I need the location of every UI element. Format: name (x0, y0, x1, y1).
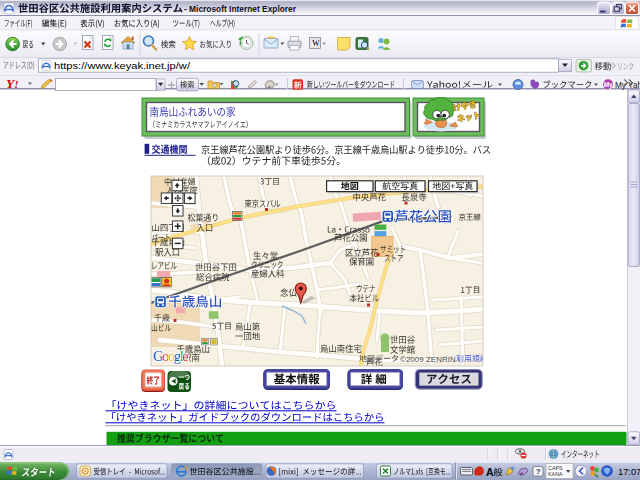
svg-text:Y!: Y! (6, 76, 19, 91)
svg-text:CAPS: CAPS (548, 465, 563, 471)
svg-text:https://www.keyak.inet.jp/w/: https://www.keyak.inet.jp/w/ (54, 60, 190, 71)
svg-text:My: My (604, 81, 613, 89)
svg-text:©2009 ZENRIN -: ©2009 ZENRIN - (400, 355, 461, 364)
svg-text:?: ? (536, 467, 541, 476)
svg-text:Google: Google (153, 348, 188, 364)
svg-text:17:07: 17:07 (618, 467, 640, 477)
svg-text:KANA: KANA (548, 471, 563, 477)
svg-text:A: A (486, 466, 494, 478)
svg-text:- Microsoft Internet Explorer: - Microsoft Internet Explorer (184, 4, 296, 14)
svg-text:My Yahoo!: My Yahoo! (615, 81, 640, 90)
svg-text:W: W (312, 39, 320, 48)
